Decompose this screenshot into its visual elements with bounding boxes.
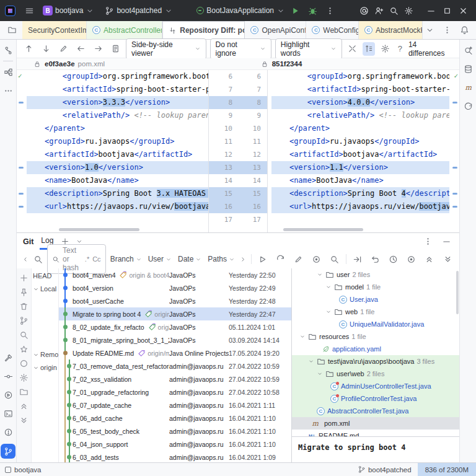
diff-line[interactable]: <url>https://javaops.ru/view/bootjava4</…: [271, 200, 449, 213]
circle-icon[interactable]: [19, 358, 30, 369]
refresh-icon[interactable]: [274, 252, 288, 266]
diff-line[interactable]: [27, 213, 208, 226]
search-icon[interactable]: [33, 252, 43, 266]
min-icon[interactable]: [424, 4, 438, 17]
structure-icon[interactable]: [1, 65, 15, 79]
problems-icon[interactable]: [1, 425, 15, 439]
tree-row[interactable]: CUser.java: [292, 293, 459, 306]
ignore-select[interactable]: Do not ignore: [210, 38, 271, 60]
commit-row[interactable]: 6_05_test_body_checkadmin@javaops.ru16.0…: [59, 425, 291, 438]
chevron-down-icon[interactable]: [325, 309, 332, 315]
commit-row[interactable]: boot4_versionJavaOPsYesterday 22:49: [59, 281, 291, 294]
search-icon[interactable]: [19, 329, 30, 340]
diff-line[interactable]: <version>4.0.0</version>: [271, 96, 449, 109]
chevron-left-icon[interactable]: [22, 252, 29, 266]
pin-icon[interactable]: [19, 286, 30, 298]
select-in-project-icon[interactable]: [5, 24, 19, 37]
diff-right-pane[interactable]: <groupId>org.springframework.boot</group…: [268, 70, 459, 232]
doc-icon[interactable]: [108, 42, 122, 56]
expand-all-icon[interactable]: [441, 252, 454, 266]
terminal-icon[interactable]: [1, 407, 15, 420]
run-button[interactable]: [288, 3, 302, 18]
viewer-select[interactable]: Side-by-side viewer: [126, 38, 206, 60]
tree-row[interactable]: test\java\ru\javaops\bootjava3 files: [292, 355, 459, 368]
log-filter-user[interactable]: User: [148, 255, 172, 263]
pencil-icon[interactable]: [56, 42, 70, 56]
tree-row[interactable]: CProfileControllerTest.java: [292, 392, 459, 405]
commit-node-icon[interactable]: [1, 369, 15, 383]
vcs-icon[interactable]: [1, 43, 15, 57]
left-hscrollbar[interactable]: [59, 228, 139, 231]
editor-tab[interactable]: COpenApiConfig.java: [245, 21, 306, 39]
play-outline-icon[interactable]: [256, 252, 270, 266]
tree-row[interactable]: resources1 file: [292, 330, 459, 343]
arrow-up-icon[interactable]: [22, 42, 35, 56]
gear-icon[interactable]: [19, 372, 30, 383]
statusbar-project[interactable]: bootjava: [5, 466, 41, 474]
branch-widget[interactable]: boot4patched: [100, 2, 177, 19]
editor-tab[interactable]: SecurityContextImpl.java: [22, 21, 87, 39]
tree-row[interactable]: user2 files: [292, 268, 459, 281]
git-options-icon[interactable]: [421, 235, 434, 249]
maven-icon[interactable]: m: [461, 81, 475, 94]
diff-line[interactable]: <groupId>org.springframework.boot</group…: [27, 70, 208, 83]
log-filter-paths[interactable]: Paths: [208, 255, 235, 263]
database-icon[interactable]: [461, 62, 475, 76]
regex-toggle[interactable]: .*: [85, 255, 89, 263]
branches-panel[interactable]: HEADLocalRemoteorigin: [32, 268, 59, 462]
chevron-down-icon[interactable]: [325, 284, 332, 290]
max-icon[interactable]: [440, 4, 454, 17]
diff-editor[interactable]: ✓ <groupId>org.springframework.boot</gro…: [17, 70, 459, 232]
diff-line[interactable]: <artifactId>spring-boot-starter-parent</…: [271, 83, 449, 96]
main-menu-icon[interactable]: [22, 3, 37, 18]
log-filter-date[interactable]: Date: [178, 255, 201, 263]
chevron-right-icon[interactable]: [239, 252, 247, 266]
diff-line[interactable]: <version>1.0</version>: [27, 161, 208, 174]
changed-files-tree[interactable]: user2 filesmodel1 fileCUser.javaweb1 fil…: [292, 268, 459, 436]
arrow-down-icon[interactable]: [39, 42, 53, 56]
chevs-up-icon[interactable]: [19, 400, 30, 412]
commit-row[interactable]: 7_02_xss_validationadmin@javaops.ru27.04…: [59, 372, 291, 386]
star-icon[interactable]: [19, 343, 30, 355]
diff-line[interactable]: [271, 213, 449, 226]
pencil-icon[interactable]: [292, 252, 306, 266]
highlight-select[interactable]: Highlight words: [275, 38, 342, 60]
tree-scrollbar[interactable]: [456, 271, 459, 314]
git-toolwindow-icon[interactable]: [1, 444, 15, 459]
sync-scroll-icon[interactable]: [363, 42, 376, 56]
commit-row[interactable]: 8_02_update_fix_refactoorigin & patchedJ…: [59, 320, 291, 333]
hide-toolwindow-icon[interactable]: [439, 235, 453, 249]
user-plus-icon[interactable]: [372, 4, 386, 17]
log-filter-branch[interactable]: Branch: [110, 255, 142, 263]
chevs-down-icon[interactable]: [19, 415, 30, 426]
chevron-down-icon[interactable]: [276, 3, 285, 18]
diff-line[interactable]: <relativePath/> <!-- lookup parent from …: [271, 109, 449, 122]
commit-list[interactable]: boot4_maven4origin & boot4patchedJavaOPs…: [59, 268, 291, 462]
debug-button[interactable]: [305, 3, 320, 18]
branch-group[interactable]: Local: [33, 285, 59, 293]
bell-icon[interactable]: [457, 24, 471, 37]
diff-line[interactable]: <description>Spring Boot 4</description>: [271, 187, 449, 200]
chevron-down-icon[interactable]: [317, 271, 323, 278]
search-icon[interactable]: [328, 252, 342, 266]
services-icon[interactable]: [1, 388, 15, 402]
diff-line[interactable]: <version>3.3.3</version>: [27, 96, 208, 109]
commit-row[interactable]: 7_03_remove_data_rest_refactoringadmin@j…: [59, 359, 291, 372]
collapse-unchanged-icon[interactable]: [346, 42, 359, 56]
diff-left-pane[interactable]: ✓ <groupId>org.springframework.boot</gro…: [17, 70, 208, 232]
gradle-icon[interactable]: [461, 99, 475, 113]
tree-row[interactable]: user\web2 files: [292, 368, 459, 380]
tree-row[interactable]: MREADME.md: [292, 430, 459, 436]
branch-group[interactable]: HEAD: [33, 272, 59, 280]
tree-row[interactable]: model1 file: [292, 281, 459, 293]
tree-row[interactable]: application.yaml: [292, 343, 459, 355]
trash-icon[interactable]: [19, 301, 30, 312]
commit-row[interactable]: 6_07_update_cacheadmin@javaops.ru16.04.2…: [59, 399, 291, 412]
diff-line[interactable]: <description>Spring Boot 3.x HATEOAS app…: [27, 187, 208, 200]
chevron-down-icon[interactable]: [308, 358, 314, 364]
diff-line[interactable]: </parent>: [271, 122, 449, 135]
help-icon[interactable]: ?: [395, 44, 405, 53]
arrow-left-icon[interactable]: [74, 42, 87, 56]
intellij-logo-icon[interactable]: [5, 6, 15, 16]
right-hscrollbar[interactable]: [283, 228, 364, 231]
